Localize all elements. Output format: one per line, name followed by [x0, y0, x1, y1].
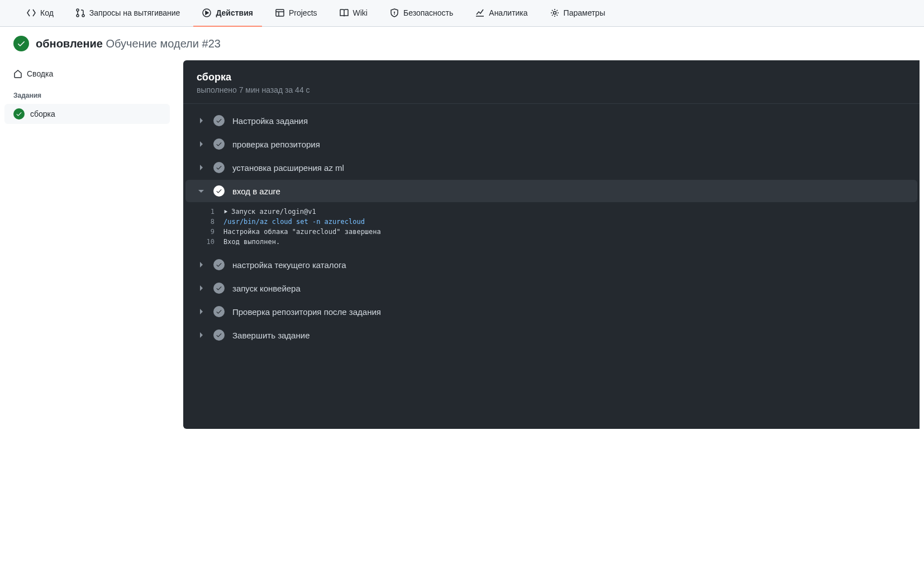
chevron-right-icon: [197, 284, 206, 293]
main-content: Сводка Задания сборка сборка выполнено 7…: [0, 60, 924, 442]
step-label: Проверка репозитория после задания: [232, 307, 381, 317]
check-icon: [13, 108, 25, 120]
log-line: 9Настройка облака "azurecloud" завершена: [194, 227, 908, 237]
chevron-right-icon: [197, 116, 206, 125]
workflow-title: обновление Обучение модели #23: [36, 37, 221, 50]
step-label: вход в azure: [232, 187, 280, 196]
book-icon: [340, 8, 349, 17]
log-subtitle: выполнено 7 мин назад за 44 с: [197, 85, 906, 94]
line-content: Настройка облака "azurecloud" завершена: [223, 228, 381, 236]
sidebar: Сводка Задания сборка: [4, 60, 170, 429]
step-row[interactable]: вход в azure: [185, 180, 917, 202]
line-content: /usr/bin/az cloud set -n azurecloud: [223, 218, 365, 226]
check-icon: [213, 185, 225, 197]
expand-icon[interactable]: [223, 209, 228, 214]
log-title: сборка: [197, 71, 906, 83]
home-icon: [13, 69, 22, 78]
chevron-down-icon: [197, 187, 206, 195]
tab-actions[interactable]: Действия: [193, 0, 262, 27]
chevron-right-icon: [197, 307, 206, 316]
sidebar-jobs-heading: Задания: [4, 83, 170, 104]
log-line: 10Вход выполнен.: [194, 237, 908, 247]
sidebar-summary-label: Сводка: [27, 69, 53, 78]
svg-point-2: [82, 15, 84, 17]
log-header: сборка выполнено 7 мин назад за 44 с: [183, 60, 920, 104]
chevron-right-icon: [197, 331, 206, 340]
repo-tabs: Код Запросы на вытягивание Действия Proj…: [0, 0, 924, 27]
line-number: 9: [194, 228, 215, 236]
chevron-right-icon: [197, 163, 206, 172]
line-number: 1: [194, 208, 215, 216]
svg-rect-4: [276, 9, 284, 16]
tab-actions-label: Действия: [216, 8, 253, 17]
step-row[interactable]: установка расширения az ml: [185, 156, 917, 179]
graph-icon: [475, 8, 484, 17]
step-row[interactable]: Проверка репозитория после задания: [185, 300, 917, 323]
step-row[interactable]: настройка текущего каталога: [185, 254, 917, 276]
workflow-title-rest: Обучение модели #23: [106, 37, 221, 50]
check-icon: [213, 138, 225, 150]
step-row[interactable]: Завершить задание: [185, 324, 917, 346]
sidebar-job-build[interactable]: сборка: [4, 104, 170, 124]
svg-point-1: [77, 15, 79, 17]
tab-security-label: Безопасность: [403, 8, 453, 17]
workflow-title-bold: обновление: [36, 37, 103, 50]
check-icon: [213, 306, 225, 317]
step-row[interactable]: проверка репозитория: [185, 133, 917, 155]
sidebar-job-label: сборка: [30, 109, 55, 118]
tab-insights-label: Аналитика: [489, 8, 527, 17]
check-icon: [213, 162, 225, 173]
tab-settings-label: Параметры: [564, 8, 606, 17]
step-row[interactable]: Настройка задания: [185, 109, 917, 132]
svg-point-6: [553, 11, 556, 14]
tab-insights[interactable]: Аналитика: [466, 0, 536, 27]
step-list: Настройка заданияпроверка репозиторияуст…: [183, 104, 920, 346]
play-icon: [202, 8, 211, 17]
check-icon: [213, 329, 225, 341]
svg-point-5: [394, 12, 394, 12]
tab-settings[interactable]: Параметры: [541, 0, 615, 27]
step-label: запуск конвейера: [232, 284, 301, 293]
tab-pulls[interactable]: Запросы на вытягивание: [67, 0, 189, 27]
chevron-right-icon: [197, 260, 206, 269]
log-line: 8/usr/bin/az cloud set -n azurecloud: [194, 217, 908, 227]
tab-projects[interactable]: Projects: [266, 0, 326, 27]
log-panel: сборка выполнено 7 мин назад за 44 с Нас…: [183, 60, 920, 429]
tab-security[interactable]: Безопасность: [381, 0, 462, 27]
line-number: 8: [194, 218, 215, 226]
step-label: проверка репозитория: [232, 140, 320, 149]
step-label: настройка текущего каталога: [232, 260, 346, 270]
check-icon: [213, 283, 225, 294]
check-icon: [213, 115, 225, 126]
tab-projects-label: Projects: [289, 8, 317, 17]
tab-wiki[interactable]: Wiki: [331, 0, 377, 27]
line-content: Вход выполнен.: [223, 238, 280, 246]
line-content: Запуск azure/login@v1: [223, 208, 316, 216]
check-icon: [213, 259, 225, 270]
log-lines: 1Запуск azure/login@v18/usr/bin/az cloud…: [183, 203, 920, 252]
gear-icon: [550, 8, 559, 17]
line-number: 10: [194, 238, 215, 246]
step-label: Настройка задания: [232, 116, 308, 126]
project-icon: [275, 8, 284, 17]
step-label: Завершить задание: [232, 331, 309, 340]
tab-code[interactable]: Код: [18, 0, 63, 27]
workflow-status-icon: [13, 36, 29, 51]
git-pull-request-icon: [76, 8, 85, 17]
step-label: установка расширения az ml: [232, 163, 344, 173]
tab-pulls-label: Запросы на вытягивание: [89, 8, 180, 17]
tab-wiki-label: Wiki: [353, 8, 368, 17]
sidebar-summary[interactable]: Сводка: [4, 65, 170, 83]
code-icon: [27, 8, 36, 17]
step-row[interactable]: запуск конвейера: [185, 277, 917, 299]
svg-point-0: [77, 9, 79, 11]
chevron-right-icon: [197, 140, 206, 149]
log-line: 1Запуск azure/login@v1: [194, 207, 908, 217]
tab-code-label: Код: [40, 8, 54, 17]
workflow-header: обновление Обучение модели #23: [0, 27, 924, 60]
shield-icon: [390, 8, 399, 17]
